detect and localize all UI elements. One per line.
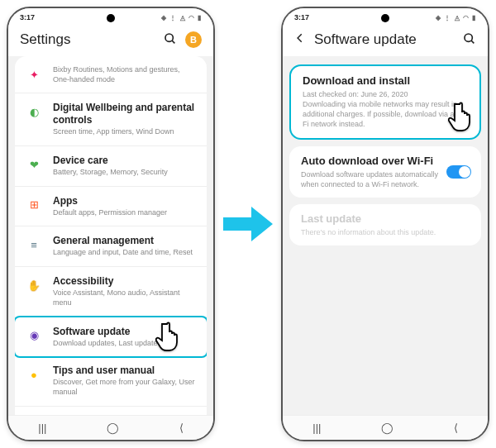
phone-settings: 3:17 ◈ ⋮ ◬ ◠ ▮ Settings B ✦Bixby Routine…: [7, 7, 215, 441]
svg-line-3: [471, 41, 474, 43]
header: Settings B: [8, 26, 213, 56]
item-texts: General managementLanguage and input, Da…: [53, 235, 197, 258]
avatar[interactable]: B: [185, 31, 202, 48]
settings-item-digital-wellbeing-and-parental-controls[interactable]: ◐Digital Wellbeing and parental controls…: [15, 93, 207, 146]
item-title: Software update: [53, 326, 197, 338]
nav-recents[interactable]: |||: [312, 422, 321, 434]
item-title: Digital Wellbeing and parental controls: [53, 102, 197, 126]
settings-content: ✦Bixby Routines, Motions and gestures, O…: [8, 56, 213, 415]
item-icon: ⊞: [25, 196, 43, 214]
item-texts: Software updateDownload updates, Last up…: [53, 326, 197, 349]
nav-bar: ||| ◯ ⟨: [283, 415, 488, 440]
card-subtitle: Download software updates automatically …: [301, 169, 470, 189]
card-title: Download and install: [303, 74, 468, 87]
page-title: Software update: [314, 31, 463, 48]
nav-back[interactable]: ⟨: [454, 422, 458, 434]
update-card-auto-download-over-wi-fi[interactable]: Auto download over Wi-FiDownload softwar…: [289, 146, 481, 198]
card-subtitle: There's no information about this update…: [301, 227, 470, 237]
item-title: Tips and user manual: [53, 365, 197, 377]
item-title: Device care: [53, 155, 197, 167]
header: Software update: [283, 26, 488, 56]
item-texts: Digital Wellbeing and parental controlsS…: [53, 102, 197, 137]
settings-item-device-care[interactable]: ❤Device careBattery, Storage, Memory, Se…: [15, 146, 207, 187]
item-icon: ≡: [25, 236, 43, 254]
item-subtitle: Discover, Get more from your Galaxy, Use…: [53, 378, 197, 397]
item-subtitle: Download updates, Last update: [53, 339, 197, 349]
settings-item-software-update[interactable]: ◉Software updateDownload updates, Last u…: [15, 316, 207, 359]
nav-recents[interactable]: |||: [38, 422, 46, 434]
item-texts: AppsDefault apps, Permission manager: [53, 195, 197, 218]
status-icons: ◈ ⋮ ◬ ◠ ▮: [436, 14, 476, 21]
settings-item-about-phone[interactable]: ⓘAbout phoneStatus, Legal information, P…: [15, 407, 207, 415]
nav-bar: ||| ◯ ⟨: [8, 415, 213, 440]
settings-list: ✦Bixby Routines, Motions and gestures, O…: [15, 56, 207, 415]
item-title: General management: [53, 235, 197, 247]
item-texts: AccessibilityVoice Assistant, Mono audio…: [53, 275, 197, 307]
item-title: Accessibility: [53, 275, 197, 288]
card-subtitle: Last checked on: June 26, 2020 Downloadi…: [303, 89, 468, 130]
status-icons: ◈ ⋮ ◬ ◠ ▮: [161, 14, 202, 21]
update-card-last-update: Last updateThere's no information about …: [289, 204, 481, 245]
settings-item-tips-and-user-manual[interactable]: ●Tips and user manualDiscover, Get more …: [15, 356, 207, 406]
item-subtitle: Battery, Storage, Memory, Security: [53, 168, 197, 178]
nav-back[interactable]: ⟨: [179, 422, 184, 434]
settings-item-accessibility[interactable]: ✋AccessibilityVoice Assistant, Mono audi…: [15, 267, 207, 317]
update-content: Download and installLast checked on: Jun…: [283, 56, 488, 415]
item-subtitle: Screen time, App timers, Wind Down: [53, 127, 197, 137]
nav-home[interactable]: ◯: [381, 422, 393, 434]
settings-item-general-management[interactable]: ≡General managementLanguage and input, D…: [15, 226, 207, 267]
nav-home[interactable]: ◯: [107, 422, 119, 434]
item-subtitle: Default apps, Permission manager: [53, 208, 197, 218]
search-icon[interactable]: [164, 32, 177, 48]
item-icon: ✦: [25, 65, 43, 83]
camera-cutout: [107, 14, 115, 22]
item-icon: ◐: [25, 102, 43, 121]
search-icon[interactable]: [463, 32, 476, 48]
item-icon: ●: [25, 365, 43, 384]
item-icon: ✋: [25, 276, 43, 294]
item-subtitle: Language and input, Date and time, Reset: [53, 248, 197, 258]
settings-item-routines[interactable]: ✦Bixby Routines, Motions and gestures, O…: [15, 56, 207, 93]
item-texts: Tips and user manualDiscover, Get more f…: [53, 365, 197, 397]
page-title: Settings: [20, 31, 164, 48]
back-button[interactable]: [294, 32, 306, 47]
update-card-download-and-install[interactable]: Download and installLast checked on: Jun…: [289, 64, 481, 140]
card-title: Last update: [301, 212, 470, 225]
item-icon: ❤: [25, 155, 43, 174]
item-texts: Bixby Routines, Motions and gestures, On…: [53, 64, 197, 84]
item-title: Apps: [53, 195, 197, 207]
svg-point-0: [165, 34, 173, 41]
phone-software-update: 3:17 ◈ ⋮ ◬ ◠ ▮ Software update Download …: [281, 7, 489, 441]
item-icon: ◉: [25, 326, 43, 345]
svg-line-1: [172, 41, 174, 43]
svg-point-2: [465, 34, 472, 41]
status-time: 3:17: [20, 13, 35, 21]
card-title: Auto download over Wi-Fi: [301, 155, 470, 167]
camera-cutout: [381, 14, 389, 22]
status-time: 3:17: [294, 13, 309, 21]
item-subtitle: Bixby Routines, Motions and gestures, On…: [53, 65, 197, 84]
item-subtitle: Voice Assistant, Mono audio, Assistant m…: [53, 288, 197, 307]
settings-item-apps[interactable]: ⊞AppsDefault apps, Permission manager: [15, 187, 207, 227]
item-texts: Device careBattery, Storage, Memory, Sec…: [53, 155, 197, 178]
wifi-toggle[interactable]: [446, 165, 471, 179]
arrow-icon: [218, 203, 278, 245]
